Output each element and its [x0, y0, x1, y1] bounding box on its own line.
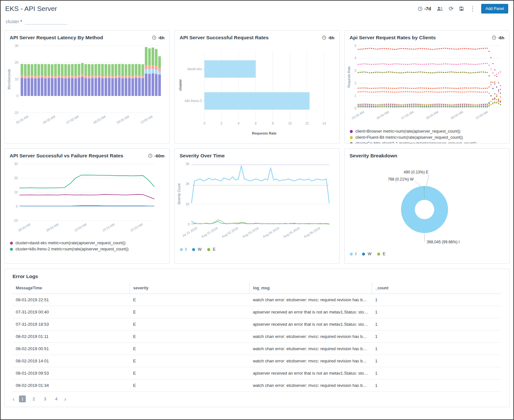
table-row[interactable]: 08-01-2019 22:51Ewatch chan error: etcds…	[13, 294, 501, 306]
panel-title: Error Logs	[13, 274, 38, 279]
legend-label: W	[368, 252, 371, 256]
cluster-filter-input[interactable]	[25, 19, 67, 24]
severity-over-time-legend: IWE	[175, 245, 339, 255]
clock-icon	[152, 35, 156, 40]
svg-text:cluster: cluster	[178, 79, 182, 91]
legend-item[interactable]: E	[207, 247, 215, 252]
panel-time-range[interactable]: -60m	[148, 154, 164, 158]
required-marker: *	[20, 19, 22, 24]
table-row[interactable]: 07-31-2019 00:40Eapiserver received an e…	[13, 306, 501, 318]
svg-text:2K: 2K	[186, 182, 190, 186]
add-panel-button[interactable]: Add Panel	[481, 4, 508, 14]
svg-text:10:20 AM: 10:20 AM	[130, 222, 143, 232]
severity-breakdown-legend: IWE	[345, 249, 509, 259]
svg-text:3K: 3K	[186, 162, 190, 166]
svg-text:05:00 AM: 05:00 AM	[351, 110, 365, 120]
svg-text:Jul 31 2019: Jul 31 2019	[182, 226, 198, 238]
page-button-4[interactable]: 4	[53, 396, 60, 402]
svg-text:MicroSeconds: MicroSeconds	[7, 69, 11, 89]
legend-item[interactable]: cluster=david-eks metric=sum(rate(apiser…	[10, 241, 164, 245]
table-cell: E	[130, 379, 250, 392]
prev-page-icon[interactable]: ‹	[13, 396, 14, 402]
column-header-log_msg[interactable]: log_msg	[250, 283, 372, 294]
table-row[interactable]: 08-02-2019 00:51Ewatch chan error: etcds…	[13, 343, 501, 355]
legend-item[interactable]: I	[180, 247, 186, 252]
error-logs-tbody: 08-01-2019 22:51Ewatch chan error: etcds…	[13, 294, 501, 392]
svg-text:30: 30	[15, 44, 19, 48]
legend-dot	[350, 253, 353, 256]
column-header-_count[interactable]: _count	[372, 283, 501, 294]
refresh-icon[interactable]: ⟳	[449, 6, 453, 12]
panel-time-range[interactable]: -6h	[152, 35, 164, 40]
table-row[interactable]: 08-02-2019 01:34Ewatch chan error: etcds…	[13, 379, 501, 392]
severity-over-time-line-chart[interactable]: 3K2K1K0Severity CountJul 31 2019Aug 01 2…	[177, 161, 333, 244]
panel-time-range[interactable]: -6h	[492, 35, 504, 40]
legend-dot	[362, 253, 365, 256]
legend-dot	[377, 253, 380, 256]
table-cell: apiserver received an error that is not …	[250, 367, 372, 379]
share-users-icon[interactable]	[437, 6, 443, 11]
svg-text:10: 10	[14, 191, 18, 194]
dashboard-time-range[interactable]: -7d	[418, 6, 431, 11]
table-row[interactable]: 08-02-2019 14:01Ewatch chan error: etcds…	[13, 355, 501, 367]
table-row[interactable]: 08-02-2019 01:11Ewatch chan error: etcds…	[13, 331, 501, 343]
svg-text:k8s-freno-2: k8s-freno-2	[185, 99, 202, 103]
latency-stacked-bar-chart[interactable]: 3020100-10MicroSeconds05:00 AM06:00 AM07…	[7, 42, 164, 133]
legend-label: E	[213, 247, 215, 252]
table-cell: 08-02-2019 01:11	[13, 331, 130, 343]
table-cell: E	[130, 343, 250, 355]
panel-title: API Server Request Latency By Method	[10, 35, 103, 41]
svg-text:20: 20	[15, 61, 19, 64]
svg-text:Aug 06 2019: Aug 06 2019	[303, 226, 321, 238]
column-header-severity[interactable]: severity	[130, 283, 250, 294]
legend-item[interactable]: client=Browser metric=sum(rate(apiserver…	[350, 129, 504, 134]
legend-item[interactable]: client=Fluent-Bit metric=sum(rate(apiser…	[350, 135, 504, 140]
next-page-icon[interactable]: ›	[64, 396, 66, 402]
page-button-1[interactable]: 1	[19, 396, 26, 402]
svg-text:09:00 AM: 09:00 AM	[450, 110, 464, 120]
legend-dot	[10, 242, 13, 245]
legend-item[interactable]: I	[350, 252, 356, 256]
kebab-menu-icon[interactable]: ⋮	[470, 6, 475, 12]
save-icon[interactable]	[459, 6, 464, 11]
column-header-messagetime[interactable]: MessageTime	[13, 283, 130, 294]
legend-dot	[350, 130, 353, 133]
success-rates-bar-chart[interactable]: 02468101214david-eksk8s-freno-2Requests …	[177, 42, 329, 136]
success-vs-failure-legend: cluster=david-eks metric=sum(rate(apiser…	[5, 238, 169, 254]
legend-item[interactable]: cluster=k8s-freno-2 metric=sum(rate(apis…	[10, 247, 164, 251]
svg-text:-10: -10	[14, 111, 19, 115]
svg-text:768 (0.21%) W: 768 (0.21%) W	[388, 177, 414, 182]
page-button-3[interactable]: 3	[42, 396, 48, 402]
table-cell: 1	[372, 367, 501, 379]
svg-text:6: 6	[255, 122, 257, 125]
svg-text:Aug 02 2019: Aug 02 2019	[221, 226, 239, 238]
table-cell: 1	[372, 355, 501, 367]
table-cell: 1	[372, 379, 501, 392]
table-cell: E	[130, 355, 250, 367]
panel-time-range[interactable]: -6h	[322, 35, 334, 40]
legend-item[interactable]: client=Go-http-client/1.1 metric=sum(rat…	[350, 141, 504, 144]
svg-text:10: 10	[288, 122, 292, 125]
legend-item[interactable]: E	[377, 252, 385, 256]
svg-text:368,045 (99.66%) I: 368,045 (99.66%) I	[427, 240, 460, 244]
svg-text:3: 3	[354, 69, 356, 72]
success-vs-failure-line-chart[interactable]: 3020100-1009:40 AM09:50 AM10:00 AM10:10 …	[7, 161, 159, 237]
svg-text:07:00 AM: 07:00 AM	[66, 115, 79, 125]
legend-item[interactable]: W	[192, 247, 201, 252]
table-cell: E	[130, 318, 250, 331]
svg-text:06:00 AM: 06:00 AM	[42, 115, 56, 125]
table-row[interactable]: 08-01-2019 09:53Eapiserver received an e…	[13, 367, 501, 379]
svg-text:09:50 AM: 09:50 AM	[46, 222, 59, 232]
severity-breakdown-donut-chart[interactable]: 490 (0.13%) E768 (0.21%) W368,045 (99.66…	[347, 161, 499, 248]
table-cell: 08-01-2019 22:51	[13, 294, 130, 306]
panel-title: API Server Successful vs Failure Request…	[10, 153, 123, 159]
dashboard-time-range-label: -7d	[424, 6, 431, 11]
table-row[interactable]: 07-31-2019 18:53Eapiserver received an e…	[13, 318, 501, 331]
client-rates-scatter-chart[interactable]: 543210Requests Rate05:00 AM06:00 AM07:00…	[347, 42, 506, 126]
panel-title: Api Server Request Rates by Clients	[350, 35, 436, 41]
svg-text:david-eks: david-eks	[187, 67, 202, 71]
table-cell: 1	[372, 294, 501, 306]
page-button-2[interactable]: 2	[30, 396, 37, 402]
legend-item[interactable]: W	[362, 252, 371, 256]
table-cell: 1	[372, 306, 501, 318]
